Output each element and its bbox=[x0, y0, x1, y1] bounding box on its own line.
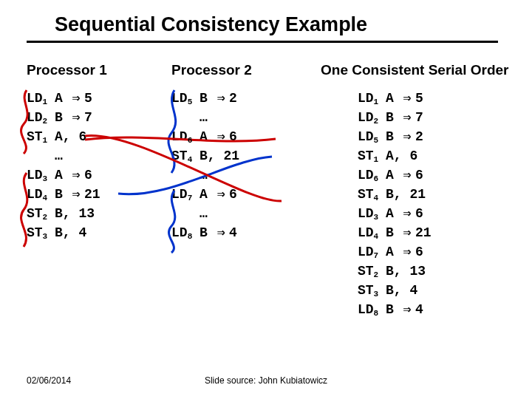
op-text: LD bbox=[171, 127, 188, 146]
op-sub: 2 bbox=[374, 265, 379, 284]
val: 2 bbox=[415, 127, 436, 146]
p2-ld7: LD7A⇒6 bbox=[171, 185, 321, 204]
op-sub: 4 bbox=[43, 188, 48, 208]
op-sub: 5 bbox=[374, 131, 379, 150]
store-val: A, 6 bbox=[386, 146, 417, 166]
arrow-icon: ⇒ bbox=[68, 185, 84, 204]
op-text: ST bbox=[358, 281, 374, 300]
op-text: LD bbox=[358, 242, 374, 262]
val: 7 bbox=[84, 108, 105, 127]
op-text: LD bbox=[358, 204, 374, 223]
op-text: LD bbox=[27, 89, 43, 108]
op-text: LD bbox=[358, 166, 374, 185]
footer-source: Slide source: John Kubiatowicz bbox=[205, 375, 327, 386]
col-processor-1: Processor 1 LD1A⇒5 LD2B⇒7 ST1A, 6 … LD3A… bbox=[27, 62, 171, 319]
arrow-icon: ⇒ bbox=[213, 223, 229, 242]
p1-ld2: LD2B⇒7 bbox=[27, 108, 171, 127]
val: 7 bbox=[415, 108, 436, 127]
reg: A bbox=[55, 89, 68, 108]
store-val: B, 4 bbox=[55, 223, 86, 242]
col-processor-2: Processor 2 LD5B⇒2 … LD6A⇒6 ST4B, 21 … L… bbox=[171, 62, 321, 319]
p1-ld3: LD3A⇒6 bbox=[27, 166, 171, 185]
p1-rows: LD1A⇒5 LD2B⇒7 ST1A, 6 … LD3A⇒6 LD4B⇒21 S… bbox=[27, 89, 171, 242]
op-sub: 1 bbox=[43, 131, 48, 150]
op-text: LD bbox=[27, 108, 43, 127]
footer: 02/06/2014 Slide source: John Kubiatowic… bbox=[0, 375, 532, 386]
store-val: B, 21 bbox=[200, 146, 239, 166]
val: 4 bbox=[229, 223, 250, 242]
op-text: ST bbox=[27, 223, 43, 242]
op-sub: 6 bbox=[374, 169, 379, 188]
p1-ld4: LD4B⇒21 bbox=[27, 185, 171, 204]
p1-ld1: LD1A⇒5 bbox=[27, 89, 171, 108]
order-r12: LD8B⇒4 bbox=[358, 300, 505, 319]
arrow-icon: ⇒ bbox=[399, 166, 415, 185]
reg: B bbox=[386, 223, 399, 242]
op-text: LD bbox=[27, 166, 43, 185]
op-sub: 4 bbox=[188, 150, 193, 169]
order-r7: LD3A⇒6 bbox=[358, 204, 505, 223]
order-r2: LD2B⇒7 bbox=[358, 108, 505, 127]
op-sub: 4 bbox=[374, 188, 379, 208]
op-sub: 2 bbox=[43, 208, 48, 227]
val: 5 bbox=[84, 89, 105, 108]
op-text: LD bbox=[358, 127, 374, 146]
arrow-icon: ⇒ bbox=[213, 127, 229, 146]
p2-ld6: LD6A⇒6 bbox=[171, 127, 321, 146]
order-r3: LD5B⇒2 bbox=[358, 127, 505, 146]
op-sub: 5 bbox=[188, 92, 193, 112]
op-text: LD bbox=[358, 223, 374, 242]
reg: B bbox=[386, 300, 399, 319]
slide: Sequential Consistency Example Processor… bbox=[0, 0, 532, 399]
store-val: B, 13 bbox=[386, 262, 426, 281]
page-title: Sequential Consistency Example bbox=[27, 12, 498, 43]
arrow-icon: ⇒ bbox=[399, 300, 415, 319]
reg: B bbox=[55, 108, 68, 127]
val: 4 bbox=[415, 300, 436, 319]
order-r6: ST4B, 21 bbox=[358, 185, 505, 204]
order-r1: LD1A⇒5 bbox=[358, 89, 505, 108]
order-r4: ST1A, 6 bbox=[358, 146, 505, 166]
p1-st1: ST1A, 6 bbox=[27, 127, 171, 146]
op-text: LD bbox=[358, 89, 374, 108]
footer-date: 02/06/2014 bbox=[27, 375, 71, 386]
arrow-icon: ⇒ bbox=[399, 127, 415, 146]
val: 21 bbox=[84, 185, 105, 204]
op-text: LD bbox=[27, 185, 43, 204]
op-sub: 1 bbox=[374, 150, 379, 169]
op-text: ST bbox=[27, 127, 43, 146]
reg: A bbox=[200, 185, 213, 204]
store-val: B, 13 bbox=[55, 204, 95, 223]
p1-st2: ST2B, 13 bbox=[27, 204, 171, 223]
op-sub: 3 bbox=[43, 169, 48, 188]
p2-ellipsis-1: … bbox=[171, 108, 321, 127]
arrow-icon: ⇒ bbox=[399, 89, 415, 108]
p1-ellipsis-1: … bbox=[27, 146, 171, 166]
op-sub: 2 bbox=[374, 112, 379, 131]
op-text: LD bbox=[171, 89, 188, 108]
op-text: LD bbox=[358, 108, 374, 127]
reg: A bbox=[55, 166, 68, 185]
reg: A bbox=[386, 242, 399, 262]
op-text: ST bbox=[27, 204, 43, 223]
columns: Processor 1 LD1A⇒5 LD2B⇒7 ST1A, 6 … LD3A… bbox=[27, 62, 505, 319]
val: 6 bbox=[84, 166, 105, 185]
p1-st3: ST3B, 4 bbox=[27, 223, 171, 242]
order-r11: ST3B, 4 bbox=[358, 281, 505, 300]
col-heading-p2: Processor 2 bbox=[171, 62, 321, 78]
val: 6 bbox=[415, 242, 436, 262]
val: 6 bbox=[229, 185, 250, 204]
val: 6 bbox=[415, 204, 436, 223]
op-sub: 3 bbox=[374, 208, 379, 227]
reg: B bbox=[55, 185, 68, 204]
order-r10: ST2B, 13 bbox=[358, 262, 505, 281]
reg: B bbox=[386, 127, 399, 146]
store-val: B, 21 bbox=[386, 185, 426, 204]
p2-st4: ST4B, 21 bbox=[171, 146, 321, 166]
arrow-icon: ⇒ bbox=[399, 223, 415, 242]
op-sub: 8 bbox=[188, 227, 193, 246]
order-rows: LD1A⇒5 LD2B⇒7 LD5B⇒2 ST1A, 6 LD6A⇒6 ST4B… bbox=[321, 89, 505, 319]
op-text: ST bbox=[358, 146, 374, 166]
reg: A bbox=[200, 127, 213, 146]
store-val: A, 6 bbox=[55, 127, 86, 146]
